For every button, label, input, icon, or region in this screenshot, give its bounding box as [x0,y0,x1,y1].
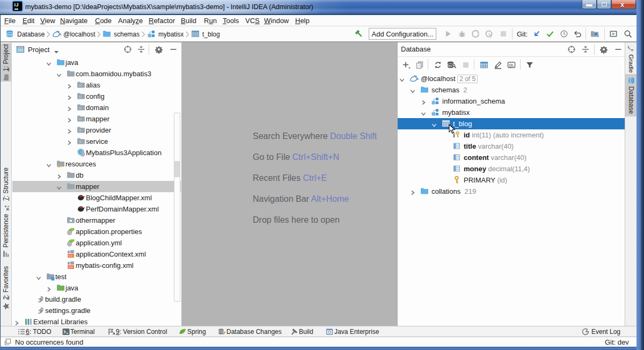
svg-text:<>: <> [68,265,74,269]
svg-text:QL: QL [509,63,514,68]
